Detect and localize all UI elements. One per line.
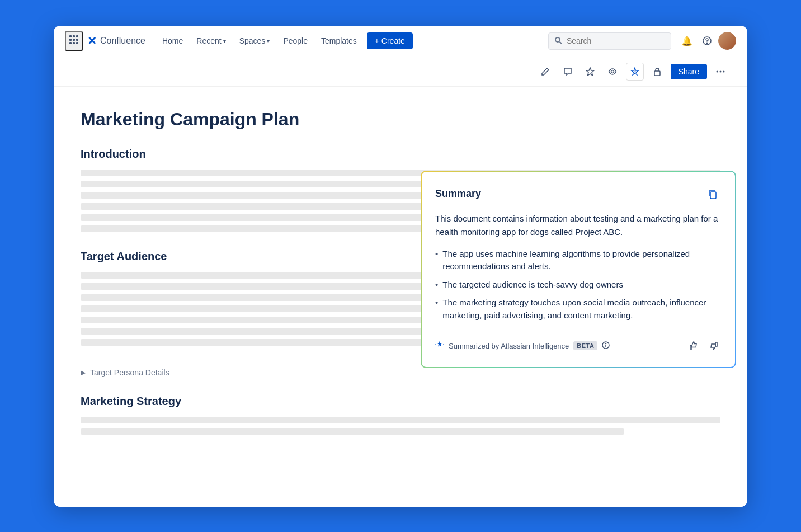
nav-people[interactable]: People	[277, 33, 313, 49]
content-area: Marketing Campaign Plan Introduction Tar…	[54, 87, 747, 507]
user-avatar[interactable]	[718, 32, 736, 50]
svg-point-17	[720, 70, 722, 72]
star-button[interactable]	[581, 63, 599, 81]
spaces-chevron: ▾	[267, 38, 270, 44]
intro-heading: Introduction	[81, 148, 720, 161]
gradient-border: Summary This document contains informati…	[421, 171, 736, 369]
svg-rect-5	[76, 39, 78, 41]
summary-body-text: This document contains information about…	[435, 212, 722, 239]
edit-button[interactable]	[536, 63, 554, 81]
doc-toolbar: Share	[54, 57, 747, 87]
svg-rect-8	[76, 42, 78, 44]
svg-line-10	[560, 41, 562, 44]
ai-badge-row: Summarized by Atlassian Intelligence BET…	[435, 340, 610, 351]
svg-point-24	[606, 343, 606, 343]
svg-rect-2	[76, 35, 78, 37]
svg-point-16	[717, 70, 718, 72]
ai-star-icon	[435, 340, 444, 351]
svg-point-14	[611, 70, 614, 73]
help-button[interactable]	[698, 32, 716, 50]
expand-label: Target Persona Details	[90, 368, 169, 377]
skeleton-line	[81, 428, 624, 435]
nav-home[interactable]: Home	[157, 33, 189, 49]
summary-footer: Summarized by Atlassian Intelligence BET…	[435, 331, 722, 354]
skeleton-line	[81, 417, 720, 423]
more-options-button[interactable]	[712, 63, 729, 81]
svg-rect-19	[710, 192, 716, 199]
summary-bullet-1: The app uses machine learning algorithms…	[435, 248, 722, 273]
share-button[interactable]: Share	[671, 64, 707, 79]
navbar: ✕ Confluence Home Recent ▾ Spaces ▾ Peop…	[54, 26, 747, 57]
strategy-heading: Marketing Strategy	[81, 395, 720, 408]
strategy-section: Marketing Strategy	[81, 395, 720, 435]
summary-title: Summary	[435, 188, 481, 200]
copy-button[interactable]	[704, 185, 722, 203]
thumbs-up-button[interactable]	[686, 338, 701, 354]
notifications-button[interactable]: 🔔	[678, 32, 696, 50]
nav-templates[interactable]: Templates	[315, 33, 362, 49]
nav-icons: 🔔	[678, 32, 736, 50]
summary-header: Summary	[435, 185, 722, 203]
create-button[interactable]: + Create	[367, 32, 413, 49]
feedback-icons	[686, 338, 722, 354]
comment-button[interactable]	[559, 63, 577, 81]
nav-recent[interactable]: Recent ▾	[191, 33, 231, 49]
svg-rect-4	[73, 39, 75, 41]
nav-spaces[interactable]: Spaces ▾	[234, 33, 276, 49]
thumbs-down-button[interactable]	[706, 338, 722, 354]
svg-rect-1	[73, 35, 75, 37]
summary-popup: Summary This document contains informati…	[422, 172, 735, 368]
ai-label: Summarized by Atlassian Intelligence	[449, 342, 569, 350]
svg-rect-15	[654, 71, 660, 76]
search-bar[interactable]	[548, 32, 671, 50]
summary-bullet-2: The targeted audience is tech-savvy dog …	[435, 279, 722, 291]
grid-icon-button[interactable]	[65, 31, 83, 51]
page-title: Marketing Campaign Plan	[81, 109, 720, 130]
restrict-button[interactable]	[648, 63, 666, 81]
browser-window: ✕ Confluence Home Recent ▾ Spaces ▾ Peop…	[54, 26, 747, 507]
svg-rect-7	[73, 42, 75, 44]
ai-assist-button[interactable]	[626, 63, 644, 81]
search-input[interactable]	[567, 36, 665, 45]
skeleton-line	[81, 339, 464, 346]
beta-badge: BETA	[573, 341, 597, 350]
logo-text: Confluence	[100, 36, 145, 46]
summary-bullet-list: The app uses machine learning algorithms…	[435, 248, 722, 322]
expand-chevron: ▶	[81, 369, 86, 376]
watch-button[interactable]	[604, 63, 621, 81]
svg-point-9	[555, 37, 560, 42]
svg-rect-6	[69, 42, 72, 44]
search-icon	[554, 36, 562, 46]
svg-point-12	[706, 43, 708, 44]
info-icon[interactable]	[602, 341, 610, 351]
summary-popup-wrapper: Summary This document contains informati…	[421, 171, 736, 369]
recent-chevron: ▾	[223, 38, 226, 44]
svg-rect-0	[69, 35, 72, 37]
svg-rect-3	[69, 39, 72, 41]
svg-marker-13	[586, 68, 594, 76]
svg-point-18	[723, 70, 725, 72]
summary-bullet-3: The marketing strategy touches upon soci…	[435, 296, 722, 322]
avatar-image	[718, 32, 736, 50]
logo-x: ✕	[87, 34, 97, 48]
confluence-logo[interactable]: ✕ Confluence	[87, 34, 145, 48]
